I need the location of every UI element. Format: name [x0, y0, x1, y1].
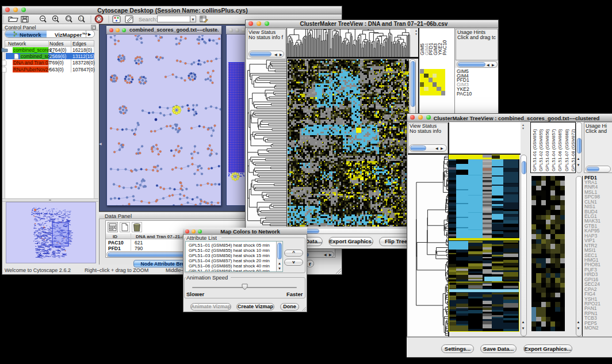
- svg-text:GPL51-04 (GSM857): GPL51-04 (GSM857): [551, 129, 556, 171]
- svg-text:GPL51-01 (GSM854): GPL51-01 (GSM854): [532, 129, 537, 171]
- svg-text:GPL51-08 (GSM872): GPL51-08 (GSM872): [571, 129, 576, 171]
- svg-text:GPL51-03 (GSM856): GPL51-03 (GSM856): [545, 129, 550, 171]
- svg-text:1:1: 1:1: [79, 17, 83, 20]
- svg-text:GPL51-06 (GSM865): GPL51-06 (GSM865): [557, 129, 563, 171]
- svg-text:GPL51-02 (GSM855): GPL51-02 (GSM855): [538, 129, 544, 171]
- svg-text:GPL51-07 (GSM868): GPL51-07 (GSM868): [564, 129, 569, 171]
- svg-text:PAC10: PAC10: [442, 40, 447, 55]
